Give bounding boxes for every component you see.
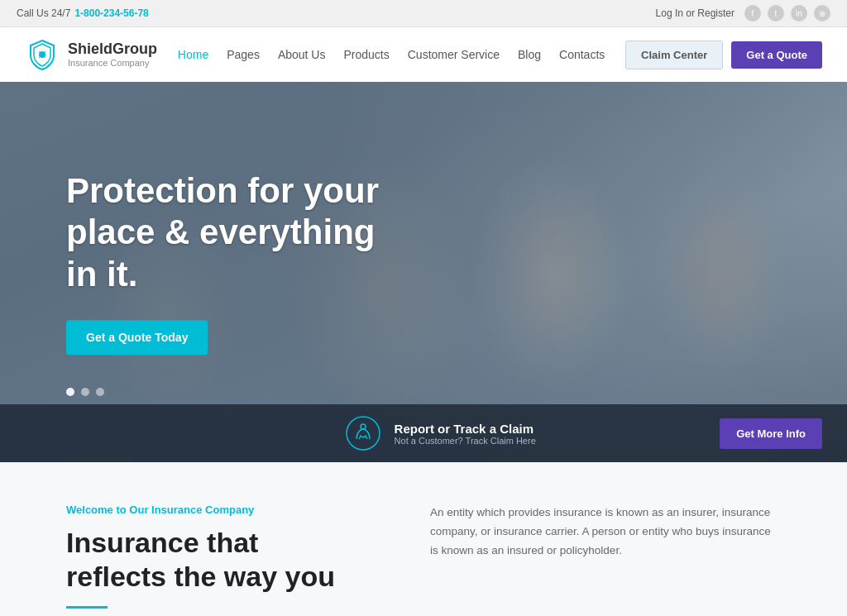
hero-content: Protection for your place & everything i… xyxy=(66,170,414,355)
content-right: An entity which provides insurance is kn… xyxy=(430,504,781,609)
logo-sub: Insurance Company xyxy=(68,58,157,68)
claim-bar-content: Report or Track a Claim Not a Customer? … xyxy=(344,414,536,452)
get-more-info-button[interactable]: Get More Info xyxy=(720,418,822,449)
claim-sub: Not a Customer? Track Claim Here xyxy=(395,436,536,446)
section-subtitle: Welcome to Our Insurance Company xyxy=(66,504,380,516)
section-divider xyxy=(66,606,108,609)
dot-2[interactable] xyxy=(81,388,89,396)
content-body: An entity which provides insurance is kn… xyxy=(430,504,781,561)
claim-bar: Report or Track a Claim Not a Customer? … xyxy=(0,404,847,462)
nav-home[interactable]: Home xyxy=(178,48,208,61)
header: ShieldGroup Insurance Company Home Pages… xyxy=(0,27,847,82)
section-title: Insurance thatreflects the way you xyxy=(66,526,380,594)
logo-icon xyxy=(25,37,60,72)
top-bar-left: Call Us 24/7 1-800-234-56-78 xyxy=(17,7,149,19)
nav-products[interactable]: Products xyxy=(343,48,389,61)
top-bar: Call Us 24/7 1-800-234-56-78 Log In or R… xyxy=(0,0,847,27)
nav-customer-service[interactable]: Customer Service xyxy=(408,48,500,61)
dot-1[interactable] xyxy=(66,388,74,396)
logo-name: ShieldGroup xyxy=(68,41,157,58)
phone-link[interactable]: 1-800-234-56-78 xyxy=(74,7,148,19)
content-left: Welcome to Our Insurance Company Insuran… xyxy=(66,504,380,609)
claim-track-icon xyxy=(344,414,382,452)
content-section: Welcome to Our Insurance Company Insuran… xyxy=(0,462,847,616)
nav-pages[interactable]: Pages xyxy=(227,48,260,61)
get-quote-button[interactable]: Get a Quote xyxy=(731,41,822,69)
logo: ShieldGroup Insurance Company xyxy=(25,37,157,72)
hero-slider-dots xyxy=(66,388,104,396)
hero-cta-button[interactable]: Get a Quote Today xyxy=(66,320,208,355)
top-bar-right: Log In or Register f t in ⊕ xyxy=(656,5,830,21)
hero-section: Protection for your place & everything i… xyxy=(0,82,847,462)
claim-heading: Report or Track a Claim xyxy=(395,422,536,436)
claim-center-button[interactable]: Claim Center xyxy=(625,41,723,69)
hero-title: Protection for your place & everything i… xyxy=(66,170,414,295)
call-label: Call Us 24/7 xyxy=(17,7,70,19)
logo-text: ShieldGroup Insurance Company xyxy=(68,41,157,68)
claim-text: Report or Track a Claim Not a Customer? … xyxy=(395,422,536,446)
main-nav: Home Pages About Us Products Customer Se… xyxy=(178,48,605,61)
nav-about[interactable]: About Us xyxy=(278,48,326,61)
nav-blog[interactable]: Blog xyxy=(518,48,541,61)
twitter-icon[interactable]: t xyxy=(768,5,784,21)
header-buttons: Claim Center Get a Quote xyxy=(625,41,822,69)
linkedin-icon[interactable]: in xyxy=(791,5,807,21)
svg-point-2 xyxy=(361,424,366,429)
facebook-icon[interactable]: f xyxy=(744,5,761,21)
svg-rect-1 xyxy=(347,417,380,450)
nav-contacts[interactable]: Contacts xyxy=(559,48,605,61)
rss-icon[interactable]: ⊕ xyxy=(814,5,830,21)
dot-3[interactable] xyxy=(96,388,104,396)
login-register-link[interactable]: Log In or Register xyxy=(656,7,735,19)
social-icons: f t in ⊕ xyxy=(744,5,830,21)
